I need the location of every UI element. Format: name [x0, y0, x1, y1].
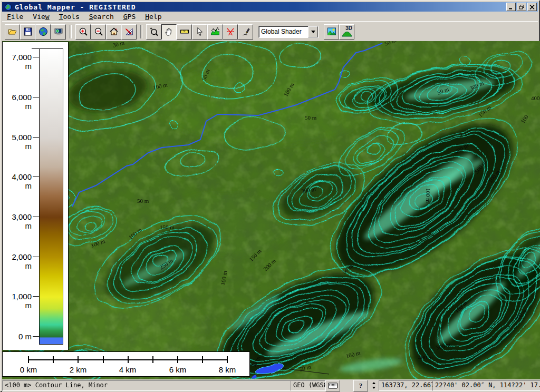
keyboard-icon	[328, 383, 338, 389]
view-shed-button[interactable]	[223, 24, 238, 40]
pen-icon	[241, 27, 250, 36]
scale-label: 0 km	[17, 365, 40, 374]
status-projection: GEO (WGS84	[291, 380, 327, 391]
view-3d-button[interactable]: 3D	[339, 24, 354, 40]
window-title: Global Mapper - REGISTERED	[15, 3, 505, 11]
title-bar: Global Mapper - REGISTERED	[2, 2, 538, 12]
spinner-down-button[interactable]	[370, 385, 377, 390]
pointer-icon	[195, 27, 205, 36]
legend-label: 6,000 m	[4, 93, 32, 101]
help-button[interactable]: ?	[353, 380, 368, 391]
app-logo-icon	[4, 3, 12, 11]
status-feature-info: <100 m> Contour Line, Minor	[2, 380, 292, 391]
full-view-button[interactable]	[106, 24, 121, 40]
zoom-in-icon	[79, 27, 88, 36]
menu-bar: File View Tools Search GPS Help	[2, 12, 538, 21]
status-position: 163737, 22.66722137 )	[379, 380, 434, 391]
folder-open-icon	[8, 27, 17, 36]
menu-file[interactable]: File	[2, 12, 28, 21]
spinner-up-button[interactable]	[370, 380, 377, 385]
elevation-gradient-bar	[39, 48, 63, 345]
toolbar-separator	[70, 25, 72, 38]
contour-label: 400	[531, 95, 540, 101]
map-viewport[interactable]: 30 m100 m50 m50 m100 m50 m50 m300 m40015…	[2, 41, 540, 379]
legend-label: 2,000 m	[4, 252, 32, 261]
zoom-in-button[interactable]	[75, 24, 91, 40]
magnifier-icon	[149, 27, 159, 36]
chevron-down-icon[interactable]	[308, 26, 318, 37]
shader-select[interactable]: Global Shader	[258, 26, 319, 38]
pan-tool-button[interactable]	[161, 24, 177, 40]
hillshade-button[interactable]	[324, 24, 339, 40]
triangle-pencil-icon	[124, 27, 134, 36]
legend-label: 0 m	[4, 332, 32, 340]
minimize-icon	[508, 5, 514, 9]
home-icon	[109, 27, 119, 36]
scale-label: 8 km	[216, 365, 239, 374]
overlay-control-button[interactable]	[51, 24, 66, 40]
zoom-out-button[interactable]	[91, 24, 106, 40]
legend-label: 3,000 m	[4, 212, 32, 221]
zoom-spinner	[370, 380, 377, 390]
open-file-button[interactable]	[5, 24, 20, 40]
help-icon: ?	[359, 381, 363, 390]
measure-tool-button[interactable]	[177, 24, 192, 40]
contour-label: 150 m	[160, 224, 175, 230]
zoom-out-icon	[94, 27, 103, 36]
scale-label: 2 km	[66, 365, 90, 374]
terrain-map: 30 m100 m50 m50 m100 m50 m50 m300 m40015…	[2, 41, 540, 379]
restore-icon	[519, 5, 524, 9]
legend-label: 7,000 m	[4, 53, 32, 61]
contour-label: 50 m	[137, 198, 149, 204]
elevation-legend: 7,000 m 6,000 m 5,000 m 4,000 m 3,000 m …	[2, 42, 69, 350]
scale-bar: 0 km 2 km 4 km 6 km 8 km	[2, 351, 250, 377]
zoom-tool-button[interactable]	[146, 24, 161, 40]
menu-view[interactable]: View	[28, 12, 54, 21]
close-button[interactable]	[527, 3, 537, 11]
path-profile-icon	[210, 27, 220, 36]
view-shed-icon	[226, 27, 235, 36]
toolbar: Global Shader 3D	[2, 21, 538, 42]
menu-search[interactable]: Search	[84, 12, 119, 21]
status-latlon: 22?40' 02.00″ N, 114?22' 17.89″ E	[432, 380, 540, 391]
status-bar: <100 m> Contour Line, Minor GEO (WGS84 ?…	[2, 379, 540, 392]
shader-select-value: Global Shader	[261, 28, 302, 35]
ruler-icon	[180, 27, 189, 36]
contour-label: 400 m	[418, 354, 433, 360]
minimize-button[interactable]	[506, 3, 516, 11]
feature-info-button[interactable]	[192, 24, 207, 40]
legend-label: 1,000 m	[4, 292, 32, 300]
scale-label: 6 km	[166, 365, 189, 374]
globe-icon	[38, 27, 48, 36]
keyboard-button[interactable]	[325, 380, 340, 391]
scale-label: 4 km	[116, 365, 139, 374]
hand-icon	[165, 27, 174, 36]
save-floppy-icon	[23, 27, 33, 36]
menu-tools[interactable]: Tools	[54, 12, 84, 21]
save-button[interactable]	[20, 24, 35, 40]
menu-gps[interactable]: GPS	[119, 12, 140, 21]
restore-button[interactable]	[517, 3, 526, 11]
close-icon	[529, 5, 535, 9]
monitor-globe-icon	[54, 27, 63, 36]
app-window: Global Mapper - REGISTERED File View Too…	[0, 0, 540, 392]
contour-label: 100 m	[425, 188, 431, 203]
toolbar-separator	[140, 25, 142, 38]
3d-label: 3D	[345, 25, 352, 31]
load-workspace-button[interactable]	[35, 24, 51, 40]
menu-help[interactable]: Help	[140, 12, 166, 21]
contour-label: 50 m	[305, 114, 317, 121]
digitizer-button[interactable]	[238, 24, 253, 40]
path-profile-button[interactable]	[207, 24, 223, 40]
legend-label: 5,000 m	[4, 133, 32, 141]
legend-label: 4,000 m	[4, 172, 32, 181]
landscape-icon	[327, 27, 336, 36]
zoom-to-scale-button[interactable]	[121, 24, 137, 40]
